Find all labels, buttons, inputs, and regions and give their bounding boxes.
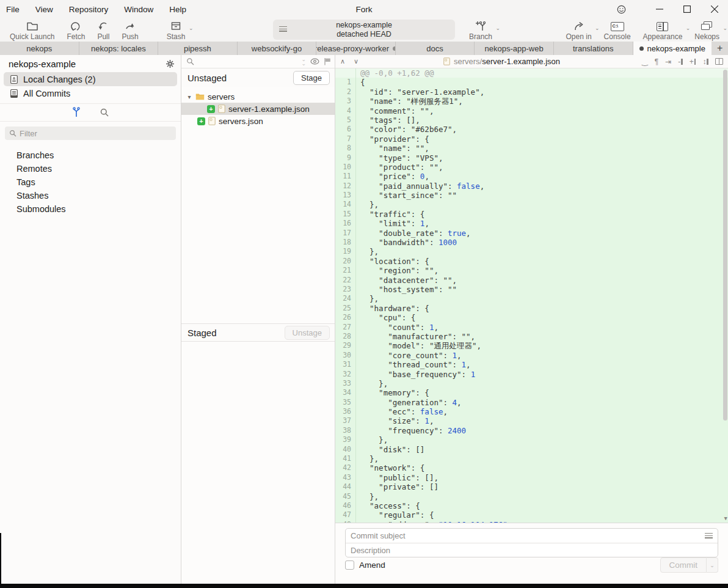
diff-line[interactable]: 31 "thread_count": 1, [335,360,728,369]
sidebar-nav-stashes[interactable]: Stashes [0,189,181,202]
new-tab-button[interactable]: + [712,42,728,55]
diff-line[interactable]: 37 "size": 1, [335,416,728,425]
diff-line[interactable]: 44 "private": [] [335,482,728,491]
word-wrap-icon[interactable]: ‿ [642,57,648,66]
tab-websockify-go[interactable]: websockify-go [238,42,317,55]
menu-item-window[interactable]: Window [124,5,153,14]
expand-context-icon[interactable]: ↕ [702,57,708,66]
prev-change-icon[interactable]: ∧ [340,57,345,65]
sidebar-nav-remotes[interactable]: Remotes [0,162,181,175]
diff-line[interactable]: 41 }, [335,454,728,463]
tree-file-row-selected[interactable]: + server-1.example.json [181,103,335,115]
commit-subject-input[interactable] [351,531,705,540]
indent-icon[interactable]: ⇥ [665,57,671,66]
diff-line[interactable]: 2 "id": "server-1.example", [335,87,728,97]
diff-line[interactable]: 36 "ecc": false, [335,407,728,416]
maximize-button[interactable] [673,0,701,18]
tab-nekops[interactable]: nekops [0,42,79,55]
diff-line[interactable]: 43 "public": [], [335,473,728,482]
diff-line[interactable]: 23 "host_system": "" [335,285,728,294]
diff-line[interactable]: 39 }, [335,435,728,444]
scroll-down-arrow-icon[interactable]: ▼ [724,515,727,521]
tab-pipessh[interactable]: pipessh [158,42,238,55]
diff-line[interactable]: 46 "access": { [335,501,728,510]
diff-line[interactable]: 35 "generation": 4, [335,398,728,407]
increase-context-icon[interactable]: + [690,57,696,66]
diff-line[interactable]: 18 "bandwidth": 1000 [335,238,728,247]
diff-line[interactable]: 27 "count": 1, [335,323,728,332]
diff-line[interactable]: 25 "hardware": { [335,304,728,313]
quick-launch-button[interactable]: Quick Launch [4,20,60,41]
current-repo-pill[interactable]: nekops-exampledetached HEAD [273,20,455,40]
diff-line[interactable]: 14 }, [335,200,728,209]
pull-button[interactable]: Pull [91,20,115,41]
push-button[interactable]: Push [115,20,144,41]
diff-line[interactable]: 21 "region": "", [335,266,728,275]
search-commits-icon[interactable] [100,108,109,117]
tab-nekops-app-web[interactable]: nekops-app-web [475,42,554,55]
diff-line[interactable]: 16 "limit": 1, [335,219,728,228]
appearance-button[interactable]: Appearance ⌄ [637,20,689,41]
diff-line[interactable]: 12 "paid_annually": false, [335,182,728,191]
diff-line[interactable]: 7 "provider": { [335,134,728,144]
nekops-windows-button[interactable]: Nekops ⌄ [688,20,726,41]
tab-nekops-locales[interactable]: nekops: locales [79,42,159,55]
subject-options-icon[interactable] [705,533,713,538]
diff-line[interactable]: 9 "type": "VPS", [335,153,728,163]
diff-line[interactable]: 29 "model": "通用处理器", [335,341,728,350]
fetch-button[interactable]: Fetch [60,20,91,41]
split-view-icon[interactable] [715,58,723,65]
whitespace-pilcrow-icon[interactable]: ¶ [655,57,658,66]
stage-button[interactable]: Stage [293,71,330,85]
tab-translations[interactable]: translations [554,42,633,55]
diff-scrollbar[interactable]: ▼ [723,68,727,523]
decrease-context-icon[interactable]: - [678,57,683,66]
branch-button[interactable]: Branch ⌄ [463,20,498,41]
branch-view-icon[interactable] [71,107,81,118]
diff-line[interactable]: 40 "disk": [] [335,445,728,454]
flag-icon[interactable] [324,57,331,65]
file-search-magnifier-icon[interactable] [186,57,194,65]
diff-line[interactable]: 42 "network": { [335,463,728,472]
diff-line[interactable]: 19 }, [335,247,728,256]
menu-item-repository[interactable]: Repository [69,5,109,14]
commit-description-input[interactable] [351,546,713,555]
nekops-chevron-icon[interactable]: ⌄ [723,25,727,31]
diff-line[interactable]: 13 "start_since": "" [335,191,728,200]
menu-item-view[interactable]: View [35,5,53,14]
sidebar-nav-branches[interactable]: Branches [0,149,181,162]
stash-button[interactable]: Stash ⌄ [161,20,192,41]
diff-line[interactable]: 5 "tags": [], [335,116,728,125]
diff-line[interactable]: 33 }, [335,379,728,388]
commit-options-chevron-icon[interactable]: ⌄ [707,557,718,573]
diff-line[interactable]: 26 "cpu": { [335,313,728,322]
diff-line[interactable]: 4 "comment": "", [335,106,728,116]
expand-all-icon[interactable]: ⌄⌄ [301,57,306,66]
diff-line[interactable]: 3 "name": "样例服务器1", [335,97,728,106]
diff-line[interactable]: 22 "datacenter": "", [335,276,728,285]
diff-line[interactable]: 6 "color": "#62b6e7", [335,125,728,134]
sidebar-nav-tags[interactable]: Tags [0,175,181,189]
tab-nekops-example[interactable]: nekops-example [633,42,712,55]
tab-release-proxy-worker[interactable]: release-proxy-worker [316,42,396,55]
commit-button[interactable]: Commit [660,557,707,573]
console-button[interactable]: C:\ Console [598,20,637,41]
diff-line[interactable]: 47 "regular": { [335,510,728,520]
diff-line[interactable]: 17 "double_rate": true, [335,229,728,238]
tree-folder-row[interactable]: ▾ servers [181,90,335,103]
stash-dropdown-chevron-icon[interactable]: ⌄ [189,25,194,31]
diff-line[interactable]: 20 "location": { [335,257,728,266]
sidebar-item-all-commits[interactable]: All Commits [4,86,177,100]
open-in-button[interactable]: Open in ⌄ [560,20,598,41]
diff-line[interactable]: 38 "frequency": 2400 [335,426,728,435]
diff-line[interactable]: 30 "core_count": 1, [335,351,728,360]
unstage-button[interactable]: Unstage [285,326,330,340]
eye-icon[interactable] [310,58,319,65]
minimize-button[interactable] [646,0,673,18]
diff-line[interactable]: 8 "name": "", [335,144,728,153]
tree-file-row[interactable]: + servers.json [181,115,335,127]
diff-line[interactable]: 15 "traffic": { [335,210,728,219]
sidebar-nav-submodules[interactable]: Submodules [0,202,181,216]
diff-line[interactable]: 10 "product": "", [335,163,728,172]
menu-item-file[interactable]: File [6,5,20,14]
